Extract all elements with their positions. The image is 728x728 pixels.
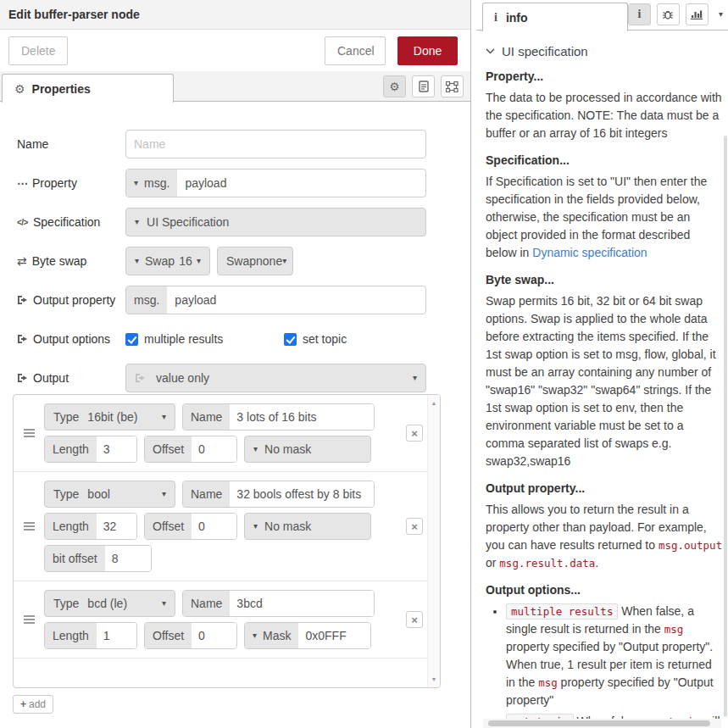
tab-info-label: info	[506, 11, 528, 25]
list-item: Type bool ▾ Name Length	[14, 471, 440, 581]
editor-tabbar: ⚙ Properties ⚙	[0, 71, 470, 102]
help-heading-byte-swap: Byte swap...	[486, 273, 723, 286]
output-property-prefix: msg.	[126, 286, 167, 314]
drag-handle[interactable]	[14, 481, 44, 572]
chevron-down-icon: ▾	[135, 218, 139, 226]
chevron-down-icon: ▾	[135, 257, 139, 265]
property-input[interactable]	[177, 169, 425, 197]
remove-item-button[interactable]: ×	[406, 518, 423, 535]
output-property-input[interactable]	[167, 286, 425, 314]
item-offset-input[interactable]	[192, 436, 236, 462]
item-length-input[interactable]	[97, 623, 136, 648]
property-label: ⋯ Property	[17, 176, 125, 190]
remove-item-button[interactable]: ×	[406, 611, 423, 628]
help-text-specification: If Specification is set to "UI" then ent…	[486, 173, 723, 262]
chevron-down-icon: ▾	[162, 490, 166, 498]
sidebar-chart-tab-button[interactable]	[686, 3, 709, 25]
section-title: UI specification	[502, 44, 588, 58]
field-row-property: ⋯ Property ▾ msg.	[17, 169, 470, 197]
sign-out-icon	[17, 295, 28, 305]
node-settings-button[interactable]: ⚙	[383, 75, 406, 97]
item-offset-input[interactable]	[192, 514, 236, 539]
item-length-input[interactable]	[97, 436, 136, 462]
bar-chart-icon	[691, 9, 703, 19]
sidebar-horizontal-scrollbar-track	[483, 719, 721, 728]
help-text-byte-swap: Swap permits 16 bit, 32 bit or 64 bit sw…	[486, 292, 723, 470]
property-type-button[interactable]: ▾ msg.	[126, 169, 177, 197]
scroll-down-icon[interactable]: ▼	[428, 676, 440, 682]
done-button[interactable]: Done	[397, 36, 458, 65]
multiple-results-checkbox[interactable]	[125, 333, 138, 346]
chevron-down-icon: ▾	[413, 374, 417, 382]
chevron-down-icon: ▾	[162, 599, 166, 608]
name-field	[125, 130, 426, 158]
name-input[interactable]	[126, 131, 425, 158]
tab-info[interactable]: i info	[482, 3, 628, 31]
ellipsis-icon: ⋯	[17, 177, 27, 190]
sidebar-menu-caret-icon[interactable]: ▾	[719, 10, 723, 19]
chevron-down-icon: ▾	[253, 522, 258, 531]
add-item-button[interactable]: + add	[13, 695, 53, 714]
item-offset-field: Offset	[144, 436, 237, 463]
byte-swap-select-2[interactable]: Swap none ▾	[217, 247, 293, 275]
item-offset-prefix: Offset	[145, 623, 192, 648]
section-ui-specification[interactable]: UI specification	[486, 44, 723, 58]
item-mask-input[interactable]	[298, 623, 370, 648]
drag-handle-icon	[24, 614, 35, 625]
object-group-icon	[446, 81, 458, 92]
output-select[interactable]: value only ▾	[125, 364, 426, 392]
help-heading-output-options: Output options...	[486, 583, 723, 597]
help-heading-output-property: Output property...	[486, 481, 723, 495]
sidebar-vertical-scrollbar[interactable]	[724, 136, 727, 717]
sign-out-icon	[135, 373, 146, 383]
cancel-button[interactable]: Cancel	[325, 36, 386, 65]
drag-handle[interactable]	[14, 403, 44, 463]
delete-button[interactable]: Delete	[8, 36, 68, 65]
specification-select[interactable]: ▾ UI Specification	[125, 208, 426, 236]
item-length-input[interactable]	[97, 514, 136, 539]
tab-properties[interactable]: ⚙ Properties	[2, 74, 174, 103]
help-text-property: The data to be processed in accordance w…	[486, 89, 723, 142]
dynamic-specification-link[interactable]: Dynamic specification	[532, 246, 647, 259]
item-bit-offset-prefix: bit offset	[45, 546, 105, 571]
info-icon: i	[638, 8, 642, 21]
property-field: ▾ msg.	[125, 169, 426, 197]
help-heading-specification: Specification...	[486, 153, 723, 167]
chevron-down-icon: ▾	[282, 257, 286, 265]
tab-properties-label: Properties	[32, 82, 91, 96]
item-mask-select[interactable]: ▾ No mask	[244, 436, 371, 463]
code-msg: msg	[538, 676, 558, 689]
item-offset-input[interactable]	[192, 623, 236, 648]
item-name-input[interactable]	[230, 481, 374, 507]
sign-out-icon	[17, 334, 28, 344]
item-offset-prefix: Offset	[145, 436, 192, 462]
scroll-up-icon[interactable]: ▲	[428, 400, 440, 406]
help-text-output-property: This allows you to return the result in …	[486, 501, 723, 572]
item-type-select[interactable]: Type 16bit (be) ▾	[44, 403, 175, 431]
item-type-select[interactable]: Type bool ▾	[44, 481, 175, 508]
list-scrollbar[interactable]: ▲ ▼	[427, 395, 440, 687]
remove-item-button[interactable]: ×	[406, 425, 423, 442]
item-name-field: Name	[182, 403, 375, 431]
sidebar-debug-tab-button[interactable]	[657, 3, 680, 25]
node-appearance-button[interactable]	[441, 75, 464, 97]
item-mask-type-button[interactable]: ▾ Mask	[245, 623, 298, 648]
item-offset-prefix: Offset	[145, 514, 192, 539]
item-bit-offset-input[interactable]	[105, 546, 151, 571]
item-length-field: Length	[44, 436, 137, 463]
item-name-input[interactable]	[230, 591, 374, 616]
sidebar-info-tab-button[interactable]: i	[628, 3, 651, 25]
sidebar-horizontal-scrollbar[interactable]	[488, 720, 710, 726]
item-name-prefix: Name	[183, 481, 230, 507]
node-description-button[interactable]	[412, 75, 435, 97]
drag-handle[interactable]	[14, 590, 44, 649]
set-topic-checkbox[interactable]	[284, 333, 297, 346]
chevron-down-icon: ▾	[253, 631, 257, 640]
chevron-down-icon: ▾	[197, 257, 201, 265]
list-item: Type 16bit (be) ▾ Name Length	[14, 395, 440, 471]
output-property-field: msg.	[125, 286, 426, 314]
item-mask-select[interactable]: ▾ No mask	[244, 513, 371, 540]
byte-swap-select-1[interactable]: ▾ Swap 16 ▾	[125, 247, 210, 275]
item-type-select[interactable]: Type bcd (le) ▾	[44, 590, 175, 617]
item-name-input[interactable]	[230, 404, 374, 430]
